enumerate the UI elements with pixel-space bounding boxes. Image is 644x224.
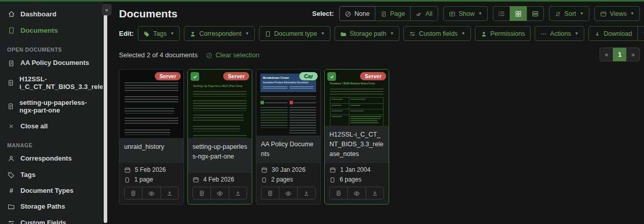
document-thumbnail[interactable]: Server Setting Up Paperless NGX (Part On… [188, 70, 252, 138]
selected-check-icon[interactable] [190, 72, 199, 81]
sidebar-item-storage-paths[interactable]: Storage Paths [7, 198, 100, 215]
sidebar-item-custom-fields[interactable]: Custom Fields [7, 214, 100, 224]
edit-correspondent-label: Correspondent [199, 30, 242, 37]
edit-custom-fields-label: Custom fields [419, 30, 458, 37]
edit-custom-fields-button[interactable]: Custom fields ▼ [403, 26, 471, 41]
page-title: Documents [119, 8, 177, 20]
select-all-button[interactable]: All [410, 6, 438, 21]
actions-dropdown-button[interactable]: Actions ▼ [535, 26, 584, 41]
storage-paths-icon [7, 203, 15, 211]
card-download-icon [303, 189, 309, 197]
correspondent-icon [189, 30, 196, 37]
open-document-item[interactable]: setting-up-paperless-ngx-part-one [7, 95, 100, 118]
caret-down-icon: ▼ [245, 31, 249, 36]
document-thumbnail[interactable]: Car Breakdown Cover Insurance Product In… [256, 70, 320, 136]
document-card: Server Setting Up Paperless NGX (Part On… [187, 69, 252, 205]
doc-detail-icon [130, 189, 136, 197]
card-detail-button[interactable] [193, 187, 211, 199]
card-detail-button[interactable] [261, 187, 279, 199]
card-preview-button[interactable] [142, 187, 160, 199]
document-thumbnail[interactable]: Server Firmware / BIOS Release Notes For… [325, 70, 389, 126]
selection-status: Selected 2 of 4 documents [119, 51, 198, 59]
tag-badge[interactable]: Car [299, 72, 318, 80]
tag-badge[interactable]: Server [360, 72, 386, 80]
page-count-icon [124, 176, 130, 183]
card-download-icon [372, 189, 378, 197]
caret-down-icon: ▼ [575, 31, 579, 36]
views-dropdown-button[interactable]: Views ▼ [594, 6, 640, 21]
card-preview-button[interactable] [347, 187, 366, 199]
tag-badge[interactable]: Server [223, 72, 249, 80]
list-view-icon [498, 10, 505, 17]
sidebar-item-label: Storage Paths [20, 203, 65, 210]
select-none-button[interactable]: None [339, 6, 375, 21]
document-title[interactable]: H12SSL-i_C_CT_NT_BIOS_3.3_release_notes [329, 130, 384, 159]
caret-down-icon: ▼ [478, 11, 482, 16]
insured-icon [260, 101, 264, 104]
select-page-label: Page [390, 10, 405, 17]
show-label: Show [459, 10, 474, 17]
card-detail-button[interactable] [124, 187, 142, 199]
card-action-group [193, 187, 247, 199]
card-download-button[interactable] [366, 187, 384, 199]
document-date: 4 Feb 2026 [193, 176, 247, 183]
caret-down-icon: ▼ [461, 31, 465, 36]
sort-dropdown-button[interactable]: Sort ▼ [549, 6, 589, 21]
close-all-label: Close all [20, 122, 47, 130]
show-dropdown-button[interactable]: Show ▼ [443, 6, 488, 21]
details-view-button[interactable] [527, 6, 544, 21]
tags-icon [7, 170, 15, 178]
select-all-label: All [425, 10, 433, 17]
calendar-icon [329, 166, 336, 173]
select-page-button[interactable]: Page [375, 6, 411, 21]
sort-label: Sort [564, 10, 576, 17]
card-preview-button[interactable] [210, 187, 229, 199]
thumbnail-heading: Setting Up Paperless NGX (Part One) [193, 84, 247, 88]
grid-view-button[interactable] [510, 6, 527, 21]
preview-icon [148, 189, 155, 197]
thumbnail-table [330, 97, 384, 126]
sidebar-item-dashboard[interactable]: Dashboard [7, 6, 100, 22]
pagination-next-button[interactable]: » [626, 48, 640, 61]
selected-check-icon[interactable] [327, 72, 336, 81]
open-document-item[interactable]: AA Policy Documents [7, 55, 100, 71]
sidebar-item-documents[interactable]: Documents [7, 22, 100, 38]
card-download-button[interactable] [160, 187, 179, 199]
card-download-button[interactable] [297, 187, 316, 199]
card-preview-button[interactable] [279, 187, 297, 199]
views-label: Views [610, 10, 627, 17]
edit-storage-path-button[interactable]: Storage path ▼ [335, 26, 400, 41]
document-thumbnail[interactable]: Server [120, 70, 183, 138]
custom-fields-icon [409, 30, 416, 37]
card-detail-button[interactable] [329, 187, 348, 199]
document-card: Server Firmware / BIOS Release Notes For… [324, 69, 389, 205]
open-document-item[interactable]: H12SSL-i_C_CT_NT_BIOS_3.3_rele... [7, 71, 100, 95]
open-doc-icon [7, 79, 14, 87]
pagination-prev-button[interactable]: « [600, 48, 613, 61]
download-button[interactable]: Download [588, 26, 638, 41]
card-download-button[interactable] [229, 187, 247, 199]
edit-document-type-button[interactable]: Document type ▼ [259, 26, 330, 41]
pagination-page-1[interactable]: 1 [613, 48, 627, 61]
document-title[interactable]: unraid_history [124, 142, 179, 152]
sidebar-collapse-button[interactable]: « [102, 4, 111, 15]
document-title[interactable]: setting-up-paperless-ngx-part-one [193, 142, 247, 162]
page-count-icon [329, 176, 336, 183]
sidebar-scrollbar[interactable] [104, 4, 107, 223]
edit-tags-button[interactable]: Tags ▼ [138, 26, 180, 41]
close-icon [7, 122, 15, 130]
edit-permissions-button[interactable]: Permissions [475, 26, 531, 41]
list-view-button[interactable] [493, 6, 510, 21]
edit-correspondent-button[interactable]: Correspondent ▼ [184, 26, 255, 41]
sidebar-item-tags[interactable]: Tags [7, 166, 100, 183]
download-caret-button[interactable]: ▼ [637, 26, 644, 41]
close-all-button[interactable]: Close all [7, 118, 100, 134]
grid-view-icon [515, 10, 522, 17]
sidebar-item-correspondents[interactable]: Correspondents [7, 150, 100, 167]
document-title[interactable]: AA Policy Documents [261, 140, 316, 159]
tag-badge[interactable]: Server [155, 72, 181, 80]
caret-down-icon: ▼ [580, 11, 584, 16]
sidebar-item-document-types[interactable]: # Document Types [7, 183, 100, 198]
sort-icon [555, 10, 561, 17]
clear-selection-button[interactable]: Clear selection [206, 51, 259, 58]
